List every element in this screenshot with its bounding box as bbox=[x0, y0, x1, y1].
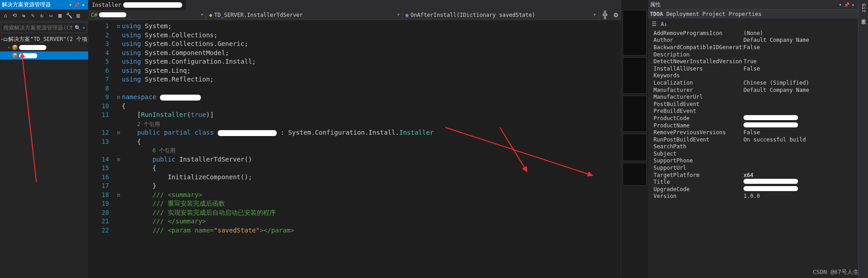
dropdown-icon[interactable]: ▾ bbox=[837, 2, 843, 7]
minimap-thumb[interactable] bbox=[623, 96, 647, 132]
property-row[interactable]: AuthorDefault Company Name bbox=[648, 37, 858, 44]
csharp-icon: C# bbox=[91, 12, 97, 18]
property-row[interactable]: SearchPath bbox=[648, 143, 858, 151]
minimap-column[interactable] bbox=[621, 0, 648, 278]
property-row[interactable]: ManufacturerUrl bbox=[648, 93, 858, 101]
solution-label: 解决方案"TD_SERVER"(2 个项目，共 bbox=[8, 35, 88, 43]
project-node-2[interactable]: ▸ 📦 bbox=[0, 51, 88, 60]
property-row[interactable]: SupportPhone bbox=[648, 157, 858, 165]
search-dropdown-icon[interactable]: ▾ bbox=[81, 25, 87, 31]
properties-icon[interactable]: 🔧 bbox=[65, 11, 74, 20]
property-row[interactable]: AddRemoveProgramsIcon(None) bbox=[648, 30, 858, 37]
property-value[interactable] bbox=[743, 186, 858, 192]
redacted-label bbox=[19, 45, 46, 50]
property-value[interactable]: 1.0.0 bbox=[743, 193, 858, 199]
property-row[interactable]: Title bbox=[648, 178, 858, 186]
property-name: Version bbox=[648, 193, 743, 199]
nav-scope-member[interactable]: ◉ OnAfterInstall(IDictionary savedState)… bbox=[403, 10, 599, 20]
editor-body[interactable]: 12345678910111213141516171819202122 ⊟⊟⊟⊟… bbox=[88, 20, 621, 278]
preview-icon[interactable]: ▤ bbox=[74, 11, 83, 20]
property-row[interactable]: SupportUrl bbox=[648, 164, 858, 172]
property-row[interactable]: LocalizationChinese (Simplified) bbox=[648, 79, 858, 86]
editor-navbar: C# ▼ ◆ TD_SERVER.InstallerTdServer ▼ ◉ O… bbox=[88, 10, 621, 20]
solution-node[interactable]: ▸ 🗂 解决方案"TD_SERVER"(2 个项目，共 bbox=[0, 35, 88, 43]
property-row[interactable]: Keywords bbox=[648, 72, 858, 80]
property-value[interactable]: Default Company Name bbox=[743, 37, 858, 43]
sync-icon[interactable]: ⇆ bbox=[19, 11, 28, 20]
properties-object-selector[interactable]: TDOA Deployment Project Properties bbox=[648, 10, 858, 19]
property-row[interactable]: TargetPlatformx64 bbox=[648, 172, 858, 179]
nav-class-label: TD_SERVER.InstallerTdServer bbox=[214, 12, 303, 18]
expand-icon[interactable]: ▸ bbox=[6, 53, 12, 58]
property-value[interactable]: (None) bbox=[743, 30, 858, 36]
property-value[interactable]: Chinese (Simplified) bbox=[743, 80, 858, 86]
split-icon[interactable]: ╬ bbox=[599, 10, 611, 19]
categorize-icon[interactable]: ☰ bbox=[650, 20, 658, 28]
property-row[interactable]: ProductName bbox=[648, 122, 858, 129]
properties-toolbar: ☰ A↓ bbox=[648, 19, 858, 30]
solution-tree: ▸ 🗂 解决方案"TD_SERVER"(2 个项目，共 ▸ 📦 ▸ 📦 bbox=[0, 34, 88, 278]
property-name: SupportUrl bbox=[648, 165, 743, 171]
minimap-thumb[interactable] bbox=[623, 10, 647, 56]
property-row[interactable]: Description bbox=[648, 51, 858, 58]
property-name: SupportPhone bbox=[648, 157, 743, 164]
property-row[interactable]: BackwardCompatibleIDGenerationFalse bbox=[648, 44, 858, 51]
property-value[interactable]: True bbox=[743, 58, 858, 65]
property-row[interactable]: RunPostBuildEventOn successful build bbox=[648, 136, 858, 143]
home-icon[interactable]: ⌂ bbox=[1, 11, 10, 20]
property-grid: AddRemoveProgramsIcon(None)AuthorDefault… bbox=[648, 30, 858, 278]
property-value[interactable]: On successful build bbox=[743, 136, 858, 143]
git-changes-tab[interactable]: Git 更改 bbox=[858, 0, 868, 20]
close-icon[interactable]: ✕ bbox=[850, 2, 856, 7]
property-value[interactable]: False bbox=[743, 44, 858, 51]
property-row[interactable]: PostBuildEvent bbox=[648, 101, 858, 108]
property-name: UpgradeCode bbox=[648, 186, 743, 192]
chevron-down-icon: ▼ bbox=[397, 13, 399, 17]
dropdown-icon[interactable]: ▾ bbox=[67, 2, 74, 7]
back-icon[interactable]: ⟲ bbox=[10, 11, 19, 20]
solution-explorer-titlebar: 解决方案资源管理器 ▾ 📌 ✕ bbox=[0, 0, 88, 10]
nav-scope-project[interactable]: C# ▼ bbox=[88, 10, 206, 20]
selected-object-name: TDOA bbox=[650, 11, 663, 17]
property-name: ProductCode bbox=[648, 115, 743, 121]
minimap-thumb[interactable] bbox=[623, 163, 647, 186]
pin-icon[interactable]: 📌 bbox=[74, 2, 80, 7]
code-area[interactable]: using System;using System.Collections;us… bbox=[122, 20, 621, 278]
property-value[interactable]: False bbox=[743, 66, 858, 72]
solution-explorer-searchbox[interactable]: 🔍 ▾ bbox=[1, 22, 87, 33]
property-value[interactable]: Default Company Name bbox=[743, 87, 858, 93]
property-value[interactable] bbox=[743, 122, 858, 129]
alpha-sort-icon[interactable]: A↓ bbox=[660, 20, 668, 28]
pin-icon[interactable]: 📌 bbox=[843, 2, 850, 7]
property-value[interactable] bbox=[743, 115, 858, 121]
property-value[interactable]: x64 bbox=[743, 172, 858, 178]
property-row[interactable]: ProductCode bbox=[648, 115, 858, 122]
search-icon[interactable]: 🔍 bbox=[75, 25, 81, 31]
editor-tabs: Installer bbox=[88, 0, 621, 10]
minimap-thumb[interactable] bbox=[623, 57, 647, 94]
property-value[interactable] bbox=[743, 179, 858, 185]
brush-icon[interactable]: ✎ bbox=[28, 11, 37, 20]
gear-icon[interactable]: ⚙ bbox=[611, 10, 621, 19]
property-row[interactable]: PreBuildEvent bbox=[648, 108, 858, 115]
property-row[interactable]: ManufacturerDefault Company Name bbox=[648, 86, 858, 94]
property-row[interactable]: Subject bbox=[648, 150, 858, 157]
minimap-thumb[interactable] bbox=[623, 134, 647, 161]
property-row[interactable]: UpgradeCode bbox=[648, 186, 858, 193]
property-value[interactable]: False bbox=[743, 129, 858, 136]
expand-icon[interactable]: ▸ bbox=[6, 45, 12, 50]
collapse-icon[interactable]: ▭ bbox=[46, 11, 55, 20]
editor-tab[interactable]: Installer bbox=[88, 0, 186, 10]
redacted-label bbox=[19, 53, 37, 58]
refresh-icon[interactable]: ↻ bbox=[37, 11, 46, 20]
close-icon[interactable]: ✕ bbox=[80, 2, 86, 7]
property-row[interactable]: InstallAllUsersFalse bbox=[648, 65, 858, 72]
property-row[interactable]: RemovePreviousVersionsFalse bbox=[648, 129, 858, 136]
property-row[interactable]: DetectNewerInstalledVersionTrue bbox=[648, 58, 858, 65]
showall-icon[interactable]: ▦ bbox=[55, 11, 65, 20]
project-node-1[interactable]: ▸ 📦 bbox=[0, 43, 88, 51]
search-input[interactable] bbox=[1, 25, 75, 31]
chevron-down-icon: ▼ bbox=[201, 13, 203, 17]
property-row[interactable]: Version1.0.0 bbox=[648, 193, 858, 200]
nav-scope-class[interactable]: ◆ TD_SERVER.InstallerTdServer ▼ bbox=[206, 10, 403, 20]
